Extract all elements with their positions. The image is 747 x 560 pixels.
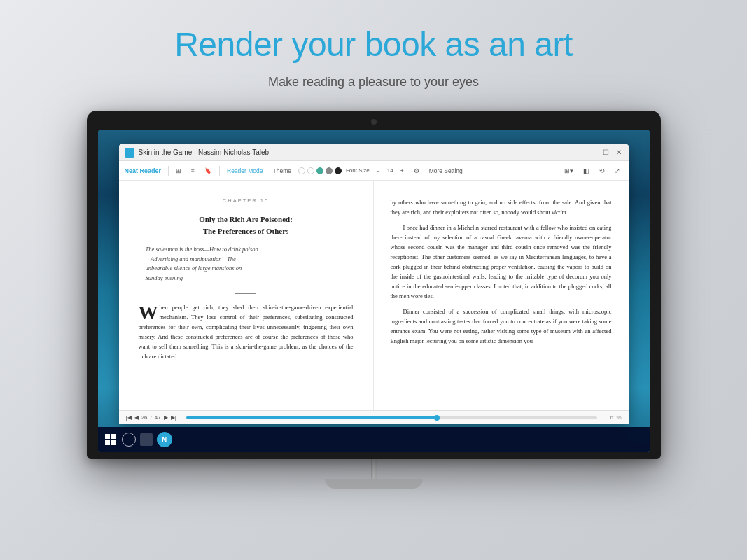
window-statusbar: |◀ ◀ 26 / 47 ▶ ▶| 61%	[119, 410, 629, 424]
close-button[interactable]: ✕	[615, 148, 623, 157]
monitor-stand	[325, 459, 423, 489]
minimize-button[interactable]: —	[589, 148, 598, 157]
theme-dot-black[interactable]	[335, 167, 342, 174]
task-view-button[interactable]	[140, 433, 153, 446]
chapter-label: CHAPTER 10	[139, 197, 354, 204]
nav-prev[interactable]: ◀	[134, 414, 139, 421]
toolbar-theme-options	[298, 167, 342, 174]
app-icon	[125, 148, 134, 158]
status-progress-bar[interactable]	[186, 416, 598, 419]
toolbar-fontsize-increase[interactable]: +	[398, 166, 407, 176]
toolbar-fontsize-value: 14	[387, 167, 393, 174]
monitor: Skin in the Game - Nassim Nicholas Taleb…	[87, 111, 661, 489]
hero-subtitle: Make reading a pleasure to your eyes	[268, 75, 479, 90]
svg-rect-0	[105, 434, 110, 439]
svg-rect-2	[105, 440, 110, 445]
toolbar-fontsize-decrease[interactable]: −	[374, 166, 383, 176]
window-toolbar: Neat Reader ⊞ ≡ 🔖 Reader Mode Theme	[119, 161, 629, 181]
chapter-divider	[235, 293, 256, 294]
toolbar-icon-copy[interactable]: ⊞	[173, 166, 184, 176]
toolbar-theme[interactable]: Theme	[270, 166, 294, 176]
windows-taskbar: N	[98, 427, 650, 452]
book-left-page: CHAPTER 10 Only the Rich Are Poisoned: T…	[119, 181, 374, 410]
stand-base	[325, 479, 423, 489]
toolbar-sep1	[168, 166, 169, 176]
status-progress-thumb	[434, 415, 440, 421]
monitor-screen: Skin in the Game - Nassim Nicholas Taleb…	[98, 130, 650, 452]
window-content: CHAPTER 10 Only the Rich Are Poisoned: T…	[119, 181, 629, 410]
nav-next[interactable]: ▶	[164, 414, 168, 421]
nav-last[interactable]: ▶|	[171, 414, 176, 421]
toolbar-icon-bookmark[interactable]: 🔖	[202, 166, 215, 176]
toolbar-expand[interactable]: ⤢	[612, 166, 623, 176]
window-titlebar: Skin in the Game - Nassim Nicholas Taleb…	[119, 144, 629, 161]
search-taskbar[interactable]	[122, 433, 136, 447]
theme-dot-mid[interactable]	[307, 167, 314, 174]
toolbar-sep2	[219, 166, 220, 176]
right-paragraph-3: Dinner consisted of a succession of comp…	[391, 307, 612, 346]
neat-reader-taskbar[interactable]: N	[157, 432, 172, 447]
status-nav: |◀ ◀ 26 / 47 ▶ ▶|	[126, 414, 176, 421]
monitor-outer: Skin in the Game - Nassim Nicholas Taleb…	[87, 111, 661, 459]
book-right-page: by others who have something to gain, an…	[374, 181, 629, 410]
stand-neck	[371, 459, 377, 479]
page-separator: /	[150, 414, 151, 421]
toolbar-fontsize-label: Font Size	[346, 167, 370, 174]
hero-title: Render your book as an art	[174, 25, 573, 64]
window-title: Skin in the Game - Nassim Nicholas Taleb	[139, 148, 589, 156]
status-progress-fill	[186, 416, 438, 419]
toolbar-reader-mode[interactable]: Reader Mode	[224, 166, 266, 176]
start-button[interactable]	[104, 433, 118, 447]
theme-dot-light[interactable]	[298, 167, 305, 174]
page-total: 47	[155, 414, 161, 421]
toolbar-brand: Neat Reader	[125, 167, 162, 174]
toolbar-more-setting[interactable]: More Setting	[426, 166, 466, 176]
left-paragraph: When people get rich, they shed their sk…	[139, 302, 354, 361]
theme-dot-green[interactable]	[316, 167, 323, 174]
svg-rect-1	[111, 434, 116, 439]
chapter-epigraph: The salesman is the boss—How to drink po…	[139, 245, 354, 283]
drop-cap: W	[139, 305, 158, 321]
maximize-button[interactable]: ☐	[602, 148, 610, 157]
toolbar-fontsize-icon[interactable]: ⚙	[411, 166, 422, 176]
monitor-camera	[371, 119, 377, 125]
toolbar-icon-list[interactable]: ≡	[188, 166, 197, 176]
toolbar-toc[interactable]: ◧	[580, 166, 592, 176]
app-window: Skin in the Game - Nassim Nicholas Taleb…	[119, 144, 629, 424]
status-percent: 61%	[610, 414, 621, 421]
toolbar-search[interactable]: ⟲	[596, 166, 608, 176]
theme-dot-gray[interactable]	[326, 167, 333, 174]
right-paragraph-1: by others who have something to gain, an…	[391, 197, 612, 217]
nav-first[interactable]: |◀	[126, 414, 132, 421]
chapter-title: Only the Rich Are Poisoned: The Preferen…	[139, 214, 354, 237]
svg-rect-3	[111, 440, 116, 445]
toolbar-view-toggle[interactable]: ⊞▾	[561, 166, 576, 176]
right-paragraph-2: I once had dinner in a Michelin-starred …	[391, 223, 612, 301]
titlebar-controls: — ☐ ✕	[589, 148, 623, 157]
page-current: 26	[141, 414, 148, 421]
